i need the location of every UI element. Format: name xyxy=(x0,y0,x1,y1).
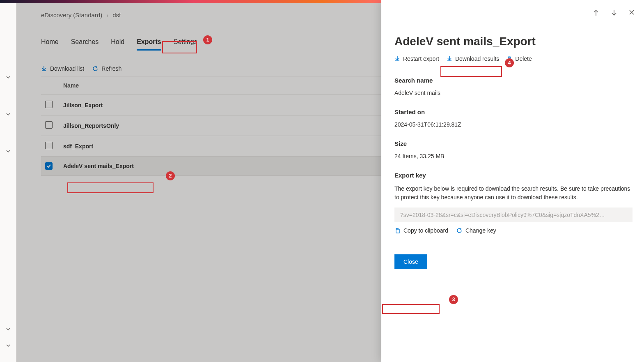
chevron-down-icon xyxy=(6,327,11,332)
restart-export-label: Restart export xyxy=(403,55,439,62)
gutter-expand-5[interactable] xyxy=(0,337,16,354)
gutter-expand-3[interactable] xyxy=(0,143,16,159)
refresh-button[interactable]: Refresh xyxy=(92,65,121,72)
breadcrumb-current: dsf xyxy=(112,12,121,18)
arrow-down-icon xyxy=(610,9,618,16)
gutter-expand-1[interactable] xyxy=(0,69,16,85)
change-key-button[interactable]: Change key xyxy=(456,227,496,234)
row-checkbox[interactable] xyxy=(45,101,53,108)
panel-close-button[interactable] xyxy=(628,9,635,16)
tab-settings[interactable]: Settings xyxy=(174,35,197,49)
panel-down-button[interactable] xyxy=(610,9,618,16)
tab-searches[interactable]: Searches xyxy=(71,35,99,49)
copy-icon xyxy=(394,228,400,233)
chevron-down-icon xyxy=(6,149,11,154)
delete-icon xyxy=(506,56,512,62)
copy-label: Copy to clipboard xyxy=(403,227,448,234)
export-details-panel: AdeleV sent mails_Export Restart export … xyxy=(381,0,644,362)
download-results-label: Download results xyxy=(455,55,499,62)
close-icon xyxy=(628,9,635,16)
download-icon xyxy=(41,66,47,71)
download-icon xyxy=(447,56,452,62)
copy-to-clipboard-button[interactable]: Copy to clipboard xyxy=(394,227,448,234)
tab-exports[interactable]: Exports xyxy=(137,35,161,49)
gutter-expand-4[interactable] xyxy=(0,321,16,337)
breadcrumb-parent[interactable]: eDiscovery (Standard) xyxy=(41,12,102,18)
search-name-value: AdeleV sent mails xyxy=(394,90,633,96)
gutter-expand-2[interactable] xyxy=(0,106,16,122)
export-key-input[interactable]: ?sv=2018-03-28&sr=c&si=eDiscoveryBlobPol… xyxy=(394,208,633,222)
tab-hold[interactable]: Hold xyxy=(111,35,124,49)
chevron-down-icon xyxy=(6,75,11,80)
chevron-right-icon: › xyxy=(106,12,108,18)
tab-home[interactable]: Home xyxy=(41,35,59,49)
svg-rect-0 xyxy=(396,229,399,233)
search-name-label: Search name xyxy=(394,77,633,84)
row-checkbox[interactable] xyxy=(45,121,53,129)
delete-label: Delete xyxy=(515,55,532,62)
left-gutter xyxy=(0,3,16,362)
size-label: Size xyxy=(394,140,633,147)
refresh-icon xyxy=(92,66,98,71)
download-icon xyxy=(394,56,400,62)
download-results-button[interactable]: Download results xyxy=(447,55,499,62)
refresh-label: Refresh xyxy=(101,65,121,72)
download-list-button[interactable]: Download list xyxy=(41,65,84,72)
row-checkbox[interactable] xyxy=(45,142,53,149)
restart-export-button[interactable]: Restart export xyxy=(394,55,439,62)
export-key-description: The export key below is required to down… xyxy=(394,184,633,202)
started-on-label: Started on xyxy=(394,108,633,115)
export-key-label: Export key xyxy=(394,172,633,179)
arrow-up-icon xyxy=(592,9,600,16)
download-list-label: Download list xyxy=(50,65,84,72)
panel-up-button[interactable] xyxy=(592,9,600,16)
check-icon xyxy=(46,164,51,168)
row-checkbox[interactable] xyxy=(45,162,53,170)
refresh-icon xyxy=(456,228,462,233)
delete-button[interactable]: Delete xyxy=(506,55,532,62)
size-value: 24 Items, 33.25 MB xyxy=(394,153,633,159)
close-button[interactable]: Close xyxy=(394,254,427,269)
chevron-down-icon xyxy=(6,112,11,117)
panel-title: AdeleV sent mails_Export xyxy=(394,35,633,48)
panel-actions: Restart export Download results Delete xyxy=(394,55,633,62)
started-on-value: 2024-05-31T06:11:29.81Z xyxy=(394,121,633,128)
change-key-label: Change key xyxy=(465,227,496,234)
chevron-down-icon xyxy=(6,343,11,348)
